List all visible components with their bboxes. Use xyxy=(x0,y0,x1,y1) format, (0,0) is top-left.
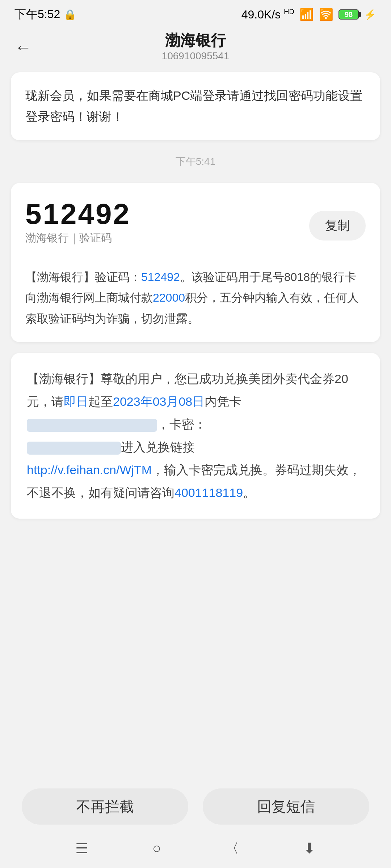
network-speed: 49.0K/s HD xyxy=(241,8,294,21)
battery-tip xyxy=(359,12,361,17)
nav-title-block: 渤海银行 106910095541 xyxy=(162,31,230,63)
first-message-bubble: 珑新会员，如果需要在商城PC端登录请通过找回密码功能设置登录密码！谢谢！ xyxy=(11,72,380,140)
otp-header: 512492 渤海银行｜验证码 复制 xyxy=(25,197,366,254)
second-msg-part2: 起至 xyxy=(88,395,113,408)
exchange-url-link[interactable]: http://v.feihan.cn/WjTM xyxy=(27,463,152,477)
system-nav-bar: ☰ ○ 〈 ⬇ xyxy=(0,828,391,868)
otp-body: 【渤海银行】验证码：512492。该验证码用于尾号8018的银行卡向渤海银行网上… xyxy=(25,267,366,329)
home-icon[interactable]: ○ xyxy=(152,840,161,856)
timestamp-1: 下午5:41 xyxy=(11,155,380,169)
otp-amount-link[interactable]: 22000 xyxy=(153,291,185,304)
date-link-2[interactable]: 2023年03月08日 xyxy=(113,395,205,408)
status-bar: 下午5:52 🔒 49.0K/s HD 📶 🛜 98 ⚡ xyxy=(0,0,391,29)
reply-sms-button[interactable]: 回复短信 xyxy=(203,788,369,825)
back-button[interactable]: ← xyxy=(14,37,32,57)
back-nav-icon[interactable]: 〈 xyxy=(225,838,239,858)
otp-code: 512492 xyxy=(25,197,131,231)
status-left: 下午5:52 🔒 xyxy=(14,7,76,22)
otp-code-link[interactable]: 512492 xyxy=(141,271,180,284)
bottom-actions: 不再拦截 回复短信 xyxy=(0,788,391,825)
top-nav: ← 渤海银行 106910095541 xyxy=(0,29,391,65)
status-icon: 🔒 xyxy=(64,9,76,21)
otp-divider xyxy=(25,258,366,258)
first-message-text: 珑新会员，如果需要在商城PC端登录请通过找回密码功能设置登录密码！谢谢！ xyxy=(25,89,362,123)
signal-icon: 📶 xyxy=(299,8,314,21)
time: 下午5:52 xyxy=(14,7,60,22)
otp-label: 渤海银行｜验证码 xyxy=(25,231,131,246)
battery-indicator: 98 xyxy=(339,9,359,20)
charging-icon: ⚡ xyxy=(364,9,377,21)
status-right: 49.0K/s HD 📶 🛜 98 ⚡ xyxy=(241,8,377,21)
second-msg-part4: ，卡密： xyxy=(157,417,206,431)
date-link-1[interactable]: 即日 xyxy=(64,395,88,408)
phone-link[interactable]: 4001118119 xyxy=(175,486,243,499)
blurred-card-number xyxy=(27,419,157,432)
nav-title: 渤海银行 xyxy=(162,31,230,50)
second-msg-part3: 内凭卡 xyxy=(205,395,241,408)
copy-button[interactable]: 复制 xyxy=(309,211,366,241)
nav-subtitle: 106910095541 xyxy=(162,50,230,63)
second-message-bubble: 【渤海银行】尊敬的用户，您已成功兑换美团外卖代金券20元，请即日起至2023年0… xyxy=(11,353,380,518)
no-block-button[interactable]: 不再拦截 xyxy=(22,788,188,825)
otp-body-part1: 【渤海银行】验证码： xyxy=(25,271,141,284)
second-msg-part5: 进入兑换链接 xyxy=(121,440,195,454)
menu-icon[interactable]: ☰ xyxy=(75,840,88,856)
otp-card: 512492 渤海银行｜验证码 复制 【渤海银行】验证码：512492。该验证码… xyxy=(11,183,380,342)
blurred-password xyxy=(27,442,121,455)
download-icon[interactable]: ⬇ xyxy=(303,840,316,856)
second-msg-part7: 。 xyxy=(243,486,255,499)
wifi-icon: 🛜 xyxy=(319,8,333,21)
chat-area: 珑新会员，如果需要在商城PC端登录请通过找回密码功能设置登录密码！谢谢！ 下午5… xyxy=(0,65,391,526)
